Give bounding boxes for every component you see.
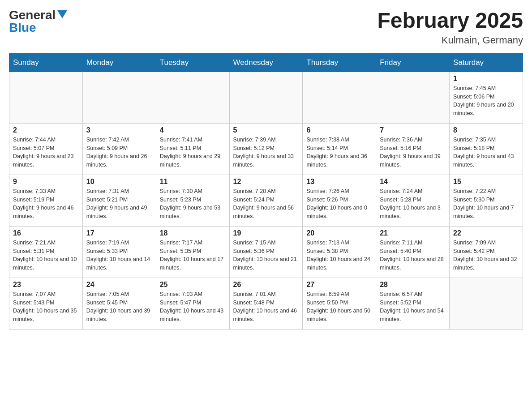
table-cell: 21Sunrise: 7:11 AMSunset: 5:40 PMDayligh… xyxy=(376,226,450,278)
day-number: 11 xyxy=(160,178,226,186)
day-info: Sunrise: 7:31 AMSunset: 5:21 PMDaylight:… xyxy=(86,187,152,221)
day-info: Sunrise: 7:17 AMSunset: 5:35 PMDaylight:… xyxy=(160,239,226,272)
day-info: Sunrise: 7:36 AMSunset: 5:16 PMDaylight:… xyxy=(380,136,446,169)
table-cell: 5Sunrise: 7:39 AMSunset: 5:12 PMDaylight… xyxy=(229,123,303,175)
week-row-4: 23Sunrise: 7:07 AMSunset: 5:43 PMDayligh… xyxy=(9,278,523,329)
table-cell: 20Sunrise: 7:13 AMSunset: 5:38 PMDayligh… xyxy=(303,226,376,278)
week-row-0: 1Sunrise: 7:45 AMSunset: 5:06 PMDaylight… xyxy=(9,72,523,123)
day-number: 1 xyxy=(453,75,519,83)
table-cell: 9Sunrise: 7:33 AMSunset: 5:19 PMDaylight… xyxy=(9,175,83,226)
table-cell xyxy=(82,72,156,123)
table-cell: 28Sunrise: 6:57 AMSunset: 5:52 PMDayligh… xyxy=(376,278,450,329)
table-cell: 11Sunrise: 7:30 AMSunset: 5:23 PMDayligh… xyxy=(156,175,229,226)
day-number: 9 xyxy=(13,178,79,186)
table-cell: 1Sunrise: 7:45 AMSunset: 5:06 PMDaylight… xyxy=(450,72,523,123)
day-info: Sunrise: 7:44 AMSunset: 5:07 PMDaylight:… xyxy=(13,136,79,169)
month-title: February 2025 xyxy=(377,9,523,33)
logo-arrow-icon xyxy=(57,10,67,18)
logo-blue: Blue xyxy=(9,21,36,34)
table-cell: 16Sunrise: 7:21 AMSunset: 5:31 PMDayligh… xyxy=(9,226,83,278)
day-number: 3 xyxy=(86,126,152,134)
week-row-2: 9Sunrise: 7:33 AMSunset: 5:19 PMDaylight… xyxy=(9,175,523,226)
table-cell: 25Sunrise: 7:03 AMSunset: 5:47 PMDayligh… xyxy=(156,278,229,329)
day-number: 21 xyxy=(380,229,446,237)
svg-marker-0 xyxy=(57,10,67,18)
day-number: 12 xyxy=(233,178,299,186)
table-cell: 23Sunrise: 7:07 AMSunset: 5:43 PMDayligh… xyxy=(9,278,83,329)
table-cell: 6Sunrise: 7:38 AMSunset: 5:14 PMDaylight… xyxy=(303,123,376,175)
table-cell xyxy=(156,72,229,123)
calendar-table: Sunday Monday Tuesday Wednesday Thursday… xyxy=(9,53,523,330)
day-info: Sunrise: 7:26 AMSunset: 5:26 PMDaylight:… xyxy=(306,187,372,221)
day-number: 18 xyxy=(160,229,226,237)
header-sunday: Sunday xyxy=(9,53,83,72)
day-number: 16 xyxy=(13,229,79,237)
day-info: Sunrise: 7:19 AMSunset: 5:33 PMDaylight:… xyxy=(86,239,152,272)
header-saturday: Saturday xyxy=(450,53,523,72)
day-info: Sunrise: 7:33 AMSunset: 5:19 PMDaylight:… xyxy=(13,187,79,221)
table-cell: 24Sunrise: 7:05 AMSunset: 5:45 PMDayligh… xyxy=(82,278,156,329)
day-number: 15 xyxy=(453,178,519,186)
day-info: Sunrise: 7:24 AMSunset: 5:28 PMDaylight:… xyxy=(380,187,446,221)
day-number: 19 xyxy=(233,229,299,237)
day-number: 7 xyxy=(380,126,446,134)
day-info: Sunrise: 7:41 AMSunset: 5:11 PMDaylight:… xyxy=(160,136,226,169)
day-info: Sunrise: 7:15 AMSunset: 5:36 PMDaylight:… xyxy=(233,239,299,272)
day-number: 14 xyxy=(380,178,446,186)
title-block: February 2025 Kulmain, Germany xyxy=(377,9,523,46)
day-number: 6 xyxy=(306,126,372,134)
table-cell: 3Sunrise: 7:42 AMSunset: 5:09 PMDaylight… xyxy=(82,123,156,175)
table-cell: 15Sunrise: 7:22 AMSunset: 5:30 PMDayligh… xyxy=(450,175,523,226)
day-number: 22 xyxy=(453,229,519,237)
logo-general: General xyxy=(9,9,56,21)
day-info: Sunrise: 7:30 AMSunset: 5:23 PMDaylight:… xyxy=(160,187,226,221)
table-cell xyxy=(229,72,303,123)
table-cell: 17Sunrise: 7:19 AMSunset: 5:33 PMDayligh… xyxy=(82,226,156,278)
day-info: Sunrise: 7:11 AMSunset: 5:40 PMDaylight:… xyxy=(380,239,446,272)
day-info: Sunrise: 6:59 AMSunset: 5:50 PMDaylight:… xyxy=(306,290,372,324)
table-cell: 2Sunrise: 7:44 AMSunset: 5:07 PMDaylight… xyxy=(9,123,83,175)
header-thursday: Thursday xyxy=(303,53,376,72)
day-info: Sunrise: 7:39 AMSunset: 5:12 PMDaylight:… xyxy=(233,136,299,169)
day-info: Sunrise: 7:42 AMSunset: 5:09 PMDaylight:… xyxy=(86,136,152,169)
day-number: 20 xyxy=(306,229,372,237)
table-cell: 14Sunrise: 7:24 AMSunset: 5:28 PMDayligh… xyxy=(376,175,450,226)
week-row-1: 2Sunrise: 7:44 AMSunset: 5:07 PMDaylight… xyxy=(9,123,523,175)
day-number: 25 xyxy=(160,281,226,289)
day-info: Sunrise: 7:35 AMSunset: 5:18 PMDaylight:… xyxy=(453,136,519,169)
day-info: Sunrise: 7:05 AMSunset: 5:45 PMDaylight:… xyxy=(86,290,152,324)
table-cell xyxy=(450,278,523,329)
day-number: 28 xyxy=(380,281,446,289)
day-info: Sunrise: 7:13 AMSunset: 5:38 PMDaylight:… xyxy=(306,239,372,272)
day-number: 17 xyxy=(86,229,152,237)
day-number: 24 xyxy=(86,281,152,289)
day-info: Sunrise: 7:01 AMSunset: 5:48 PMDaylight:… xyxy=(233,290,299,324)
day-info: Sunrise: 6:57 AMSunset: 5:52 PMDaylight:… xyxy=(380,290,446,324)
table-cell: 18Sunrise: 7:17 AMSunset: 5:35 PMDayligh… xyxy=(156,226,229,278)
table-cell: 4Sunrise: 7:41 AMSunset: 5:11 PMDaylight… xyxy=(156,123,229,175)
table-cell: 22Sunrise: 7:09 AMSunset: 5:42 PMDayligh… xyxy=(450,226,523,278)
location-title: Kulmain, Germany xyxy=(377,34,523,46)
logo: General Blue xyxy=(9,9,67,34)
header-friday: Friday xyxy=(376,53,450,72)
day-info: Sunrise: 7:09 AMSunset: 5:42 PMDaylight:… xyxy=(453,239,519,272)
table-cell: 10Sunrise: 7:31 AMSunset: 5:21 PMDayligh… xyxy=(82,175,156,226)
table-cell xyxy=(376,72,450,123)
day-info: Sunrise: 7:28 AMSunset: 5:24 PMDaylight:… xyxy=(233,187,299,221)
day-number: 23 xyxy=(13,281,79,289)
day-number: 26 xyxy=(233,281,299,289)
day-number: 8 xyxy=(453,126,519,134)
week-row-3: 16Sunrise: 7:21 AMSunset: 5:31 PMDayligh… xyxy=(9,226,523,278)
day-info: Sunrise: 7:22 AMSunset: 5:30 PMDaylight:… xyxy=(453,187,519,221)
page-header: General Blue February 2025 Kulmain, Germ… xyxy=(9,9,523,46)
day-info: Sunrise: 7:07 AMSunset: 5:43 PMDaylight:… xyxy=(13,290,79,324)
day-number: 5 xyxy=(233,126,299,134)
day-number: 13 xyxy=(306,178,372,186)
day-number: 2 xyxy=(13,126,79,134)
header-tuesday: Tuesday xyxy=(156,53,229,72)
day-number: 27 xyxy=(306,281,372,289)
day-info: Sunrise: 7:03 AMSunset: 5:47 PMDaylight:… xyxy=(160,290,226,324)
day-number: 10 xyxy=(86,178,152,186)
table-cell xyxy=(9,72,83,123)
weekday-header-row: Sunday Monday Tuesday Wednesday Thursday… xyxy=(9,53,523,72)
